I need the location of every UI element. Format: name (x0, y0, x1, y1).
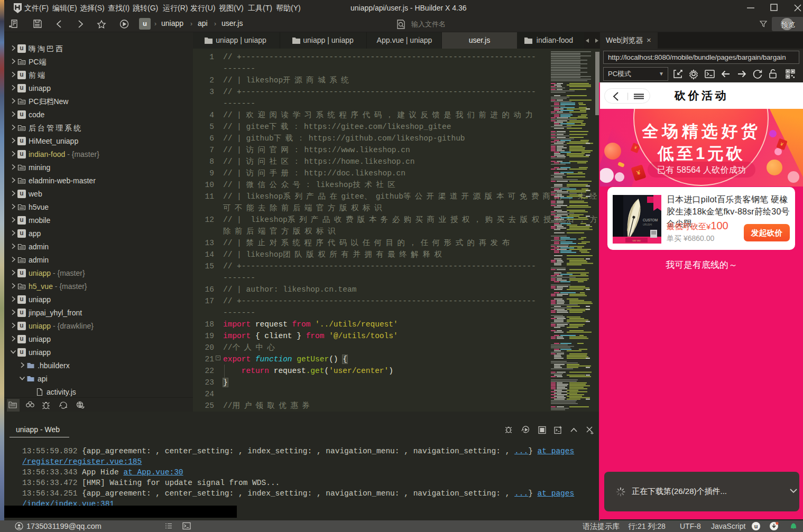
svg-text:CUSTOM: CUSTOM (643, 218, 658, 222)
svg-text:URUSHI: URUSHI (643, 223, 652, 226)
svg-text:uu uu: uu uu (632, 239, 640, 242)
svg-text:u: u (754, 523, 758, 529)
